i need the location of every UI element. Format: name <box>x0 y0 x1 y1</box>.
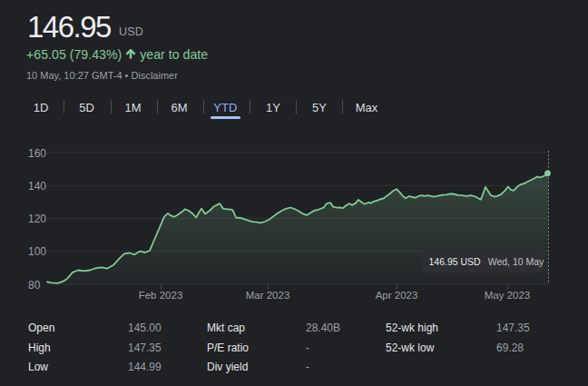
svg-text:80: 80 <box>28 279 41 292</box>
svg-text:140: 140 <box>28 180 46 193</box>
svg-text:120: 120 <box>28 213 46 225</box>
svg-text:Mar 2023: Mar 2023 <box>246 290 290 301</box>
svg-text:Feb 2023: Feb 2023 <box>139 290 183 301</box>
svg-text:100: 100 <box>28 245 46 258</box>
svg-text:Apr 2023: Apr 2023 <box>376 290 418 301</box>
svg-text:May 2023: May 2023 <box>485 290 531 301</box>
svg-text:160: 160 <box>28 147 46 160</box>
